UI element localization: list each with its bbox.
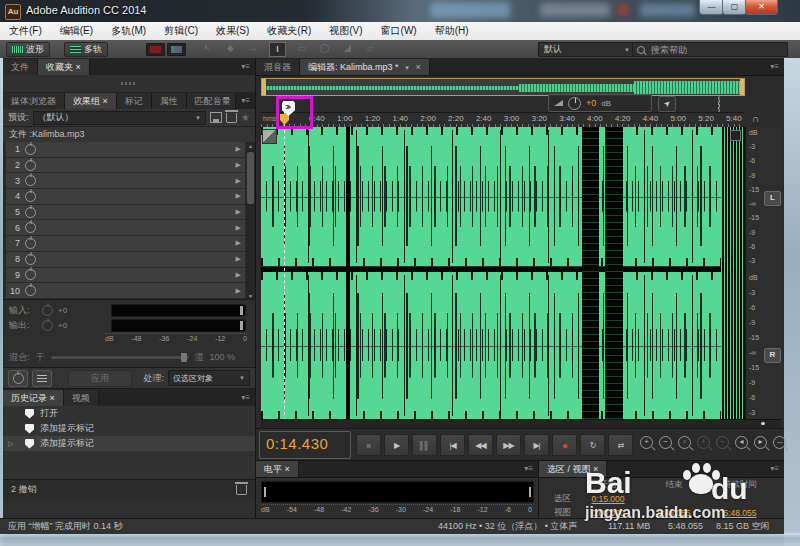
right-channel-button[interactable]: R	[764, 348, 781, 363]
current-time-indicator[interactable]	[284, 112, 285, 419]
effect-slot[interactable]: 5 ▶	[6, 205, 245, 220]
minimize-button[interactable]: —	[699, 0, 724, 15]
snap-icon[interactable]: ∩	[748, 112, 763, 126]
paintbrush-selection-tool[interactable]: ◢	[340, 42, 355, 55]
left-channel-button[interactable]: L	[764, 191, 781, 206]
power-icon[interactable]	[25, 238, 36, 249]
delete-preset-icon[interactable]	[226, 113, 237, 123]
tab-markers[interactable]: 标记	[117, 93, 152, 109]
menu-item[interactable]: 剪辑(C)	[155, 22, 207, 40]
maximize-button[interactable]: ▢	[722, 0, 747, 15]
power-icon[interactable]	[25, 285, 36, 296]
close-button[interactable]: ✕	[745, 0, 778, 15]
close-tab-icon[interactable]: ×	[416, 62, 421, 72]
scroll-up-icon[interactable]: ▲	[246, 142, 255, 150]
spot-healing-tool[interactable]: ▱	[363, 42, 378, 55]
effect-slot[interactable]: 8 ▶	[6, 252, 245, 267]
tab-levels[interactable]: 电平 ×	[256, 461, 299, 477]
panel-menu-icon[interactable]: ▾≡	[236, 390, 255, 406]
preset-dropdown[interactable]: （默认） ▼	[33, 111, 207, 125]
slot-arrow-icon[interactable]: ▶	[236, 224, 245, 232]
waveform-display[interactable]	[261, 127, 745, 419]
panel-menu-icon[interactable]: ▾≡	[765, 461, 784, 477]
time-display[interactable]: 0:14.430	[266, 435, 328, 452]
process-dropdown[interactable]: 仅选区对象 ▼	[168, 370, 250, 386]
zoom-in-time-button[interactable]: +	[640, 436, 653, 449]
menu-item[interactable]: 收藏夹(R)	[258, 22, 320, 40]
tab-editor[interactable]: 编辑器: Kalimba.mp3 * ▼ ×	[300, 59, 430, 75]
loop-playback-button[interactable]: ↻	[580, 434, 605, 456]
slot-arrow-icon[interactable]: ▶	[236, 192, 245, 200]
zoom-out-amplitude-button[interactable]: −	[716, 436, 729, 449]
tab-match-volume[interactable]: 匹配音量	[187, 93, 237, 109]
power-icon[interactable]	[25, 207, 36, 218]
razor-tool[interactable]: ◆	[223, 42, 238, 55]
power-icon[interactable]	[25, 269, 36, 280]
mix-slider-thumb[interactable]	[181, 353, 187, 362]
hud-gain-value[interactable]: +0	[586, 98, 596, 108]
selection-start-value[interactable]: 0:15.000	[575, 494, 641, 504]
zoom-to-selection-button[interactable]: ▫	[678, 436, 691, 449]
rewind-button[interactable]: ◀◀	[468, 434, 493, 456]
workspace-dropdown[interactable]: 默认 ▼	[538, 42, 636, 57]
view-start-value[interactable]: 0:00.000	[575, 508, 641, 518]
volume-hud[interactable]: +0 dB	[548, 94, 652, 112]
tab-mixer[interactable]: 混音器	[256, 59, 300, 75]
effect-slot[interactable]: 10 ▶	[6, 283, 245, 298]
effect-slot[interactable]: 1 ▶	[6, 142, 245, 157]
time-selection-tool[interactable]: I	[269, 42, 286, 57]
rack-scrollbar[interactable]: ▲ ▼	[246, 142, 255, 299]
history-item[interactable]: ▷ 添加提示标记	[3, 421, 255, 436]
stop-button[interactable]: ■	[356, 434, 381, 456]
spectral-display-button[interactable]	[146, 43, 165, 56]
effect-slot[interactable]: 6 ▶	[6, 220, 245, 235]
slot-arrow-icon[interactable]: ▶	[236, 255, 245, 263]
effect-slot[interactable]: 3 ▶	[6, 173, 245, 188]
skip-to-end-button[interactable]: ▶|	[524, 434, 549, 456]
zoom-out-time-button[interactable]: −	[659, 436, 672, 449]
effect-slot[interactable]: 4 ▶	[6, 189, 245, 204]
slot-arrow-icon[interactable]: ▶	[236, 239, 245, 247]
pause-button[interactable]: ▌▌	[412, 434, 437, 456]
record-button[interactable]: ●	[552, 434, 577, 456]
slot-arrow-icon[interactable]: ▶	[236, 161, 245, 169]
zoom-in-amplitude-button[interactable]: +	[697, 436, 710, 449]
power-icon[interactable]	[25, 175, 36, 186]
effect-slot[interactable]: 7 ▶	[6, 236, 245, 251]
scrollbar-thumb[interactable]	[247, 152, 254, 204]
power-icon[interactable]	[25, 160, 36, 171]
overview-right-handle[interactable]	[740, 79, 744, 95]
play-button[interactable]: ▶	[384, 434, 409, 456]
tab-properties[interactable]: 属性	[152, 93, 187, 109]
waveform-right-channel[interactable]	[261, 272, 745, 419]
volume-knob-icon[interactable]	[568, 97, 581, 110]
tab-media-browser[interactable]: 媒体浏览器	[3, 93, 65, 109]
favorite-star-icon[interactable]: ★	[241, 112, 250, 123]
panel-menu-icon[interactable]: ▾≡	[236, 59, 255, 75]
chevron-down-icon[interactable]: ▼	[401, 65, 413, 71]
slot-arrow-icon[interactable]: ▶	[236, 145, 245, 153]
hud-pin-icon[interactable]: ➤	[658, 96, 676, 112]
overview-left-handle[interactable]	[262, 79, 266, 95]
slot-arrow-icon[interactable]: ▶	[236, 287, 245, 295]
input-power-icon[interactable]	[42, 305, 53, 316]
save-preset-icon[interactable]	[210, 112, 222, 123]
skip-to-start-button[interactable]: |◀	[440, 434, 465, 456]
fast-forward-button[interactable]: ▶▶	[496, 434, 521, 456]
spectral-pitch-button[interactable]	[167, 43, 186, 56]
marquee-selection-tool[interactable]: ▭	[294, 42, 309, 55]
menu-item[interactable]: 多轨(M)	[102, 22, 155, 40]
waveform-left-channel[interactable]	[261, 127, 745, 266]
search-input[interactable]	[649, 44, 773, 56]
menu-item[interactable]: 文件(F)	[0, 22, 51, 40]
tab-selection-view[interactable]: 选区 / 视图 ×	[539, 461, 607, 477]
move-tool[interactable]: ↖	[200, 42, 215, 55]
zoom-full-button[interactable]: ↔	[773, 436, 786, 449]
panel-menu-icon[interactable]: ▾≡	[236, 93, 255, 109]
power-icon[interactable]	[25, 222, 36, 233]
menu-item[interactable]: 窗口(W)	[372, 22, 426, 40]
tab-history[interactable]: 历史记录 ×	[3, 390, 64, 406]
menu-item[interactable]: 帮助(H)	[426, 22, 478, 40]
channel-split-icon[interactable]	[262, 129, 277, 144]
slot-arrow-icon[interactable]: ▶	[236, 177, 245, 185]
